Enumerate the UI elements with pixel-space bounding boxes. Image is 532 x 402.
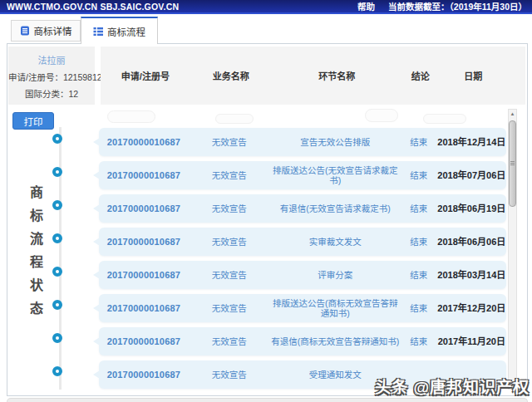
cell-business: 无效宣告 — [189, 303, 270, 313]
application-number-label: 申请/注册号：12159812 — [8, 71, 95, 83]
cell-business: 无效宣告 — [189, 336, 270, 346]
cell-business: 无效宣告 — [189, 237, 270, 247]
timeline-node-icon — [52, 200, 62, 210]
background-cloud-decoration — [423, 114, 466, 124]
table-row: 20170000010687 无效宣告 排版送达公告(商标无效宣告答辩通知书) … — [99, 292, 508, 325]
cell-business: 无效宣告 — [189, 270, 270, 280]
tab-flow-label: 商标流程 — [107, 25, 145, 38]
toutiao-watermark: 头条 @唐邦知识产权 — [375, 375, 530, 397]
header-step: 环节名称 — [272, 69, 402, 82]
cell-date: 2017年12月20日 — [437, 303, 506, 313]
cell-reg-no[interactable]: 20170000010687 — [99, 370, 189, 380]
row-bubble: 20170000010687 无效宣告 排版送达公告(无效宣告请求裁定书) 结束… — [99, 161, 506, 189]
header-result: 结论 — [402, 69, 439, 82]
header-business: 业务名称 — [190, 69, 272, 82]
background-cloud-decoration — [365, 109, 398, 122]
cell-step: 实审裁文发文 — [270, 237, 401, 247]
timeline-node-icon — [52, 167, 62, 177]
tab-details-label: 商标详情 — [34, 24, 72, 37]
table-row: 20170000010687 无效宣告 有退信(无效宣告请求裁定书) 结束 20… — [99, 192, 508, 225]
cell-step: 有退信(无效宣告请求裁定书) — [270, 203, 401, 213]
row-bubble: 20170000010687 无效宣告 实审裁文发文 结束 2018年06月06… — [99, 228, 506, 256]
cell-step: 排版送达公告(商标无效宣告答辩通知书) — [270, 298, 401, 318]
table-row: 20170000010687 无效宣告 排版送达公告(无效宣告请求裁定书) 结束… — [99, 159, 508, 192]
scrollbar-up-arrow[interactable]: ▲ — [509, 110, 516, 119]
cell-date: 2018年03月14日 — [437, 270, 506, 280]
cell-reg-no[interactable]: 20170000010687 — [99, 237, 189, 247]
side-title-vertical: 商标流程状态 — [25, 185, 45, 325]
tab-trademark-flow[interactable]: 商标流程 — [81, 17, 158, 44]
table-row: 20170000010687 无效宣告 有退信(商标无效宣告答辩通知书) 结束 … — [99, 325, 508, 358]
document-icon — [20, 26, 30, 36]
cell-result: 结束 — [401, 237, 437, 247]
scrollbar-grip — [510, 161, 515, 162]
cell-date: 2018年06月19日 — [437, 203, 506, 213]
cell-result: 结束 — [401, 170, 437, 180]
top-bar: WWW.CTMO.GOV.CN SBJ.SAIC.GOV.CN 帮助 当前数据截… — [0, 0, 532, 14]
vertical-scrollbar[interactable]: ▲ — [508, 109, 517, 390]
cell-reg-no[interactable]: 20170000010687 — [99, 336, 189, 346]
list-icon — [93, 27, 103, 37]
table-row: 20170000010687 无效宣告 评审分案 结束 2018年03月14日 — [99, 258, 508, 292]
help-link[interactable]: 帮助 — [357, 0, 375, 12]
bottom-panel-edge — [7, 398, 528, 402]
header-reg-no: 申请/注册号 — [101, 69, 190, 82]
timeline-node-icon — [52, 300, 62, 310]
table-rows: 20170000010687 无效宣告 宣告无效公告排版 结束 2018年12月… — [99, 125, 508, 391]
cell-result: 结束 — [401, 303, 437, 313]
timeline-node-icon — [52, 134, 62, 144]
background-cloud-decoration — [215, 114, 254, 124]
cell-business: 无效宣告 — [189, 170, 270, 180]
cell-reg-no[interactable]: 20170000010687 — [99, 270, 189, 280]
print-button[interactable]: 打印 — [12, 112, 54, 130]
timeline-connector — [59, 127, 62, 390]
cell-result: 结束 — [401, 270, 437, 280]
trademark-name-link[interactable]: 法拉丽 — [8, 53, 95, 66]
cell-date: 2018年12月14日 — [437, 137, 506, 147]
intl-class-label: 国际分类：12 — [8, 87, 95, 100]
row-bubble: 20170000010687 无效宣告 有退信(商标无效宣告答辩通知书) 结束 … — [99, 327, 506, 355]
cell-reg-no[interactable]: 20170000010687 — [99, 203, 189, 213]
scrollbar-thumb[interactable] — [509, 120, 516, 207]
cell-result: 结束 — [401, 203, 437, 213]
cell-result: 结束 — [401, 137, 437, 147]
row-bubble: 20170000010687 无效宣告 排版送达公告(商标无效宣告答辩通知书) … — [99, 294, 506, 322]
cell-step: 有退信(商标无效宣告答辩通知书) — [270, 336, 401, 346]
timeline-node-icon — [52, 233, 62, 243]
tab-trademark-details[interactable]: 商标详情 — [11, 20, 81, 42]
table-header: 申请/注册号 业务名称 环节名称 结论 日期 — [101, 47, 525, 105]
header-date: 日期 — [439, 69, 508, 82]
table-row: 20170000010687 无效宣告 实审裁文发文 结束 2018年06月06… — [99, 225, 508, 258]
row-bubble: 20170000010687 无效宣告 有退信(无效宣告请求裁定书) 结束 20… — [99, 194, 506, 223]
cell-step: 排版送达公告(无效宣告请求裁定书) — [270, 165, 401, 185]
cell-reg-no[interactable]: 20170000010687 — [99, 303, 189, 313]
data-cutoff-label: 当前数据截至：（2019年11月30日） — [388, 0, 527, 12]
timeline-node-icon — [52, 333, 62, 343]
table-row: 20170000010687 无效宣告 宣告无效公告排版 结束 2018年12月… — [99, 125, 508, 159]
cell-reg-no[interactable]: 20170000010687 — [99, 170, 189, 180]
cell-step: 评审分案 — [270, 270, 401, 280]
cell-result: 结束 — [401, 336, 437, 346]
cell-business: 无效宣告 — [189, 203, 270, 213]
row-bubble: 20170000010687 无效宣告 评审分案 结束 2018年03月14日 — [99, 261, 506, 289]
cell-business: 无效宣告 — [189, 137, 270, 147]
timeline-node-icon — [52, 366, 62, 376]
trademark-info-box: 法拉丽 申请/注册号：12159812 国际分类：12 — [8, 47, 95, 105]
cell-step: 宣告无效公告排版 — [270, 137, 401, 147]
background-cloud-decoration — [107, 110, 155, 123]
timeline-node-icon — [52, 267, 62, 277]
cell-reg-no[interactable]: 20170000010687 — [99, 137, 189, 147]
trademark-flow-page: WWW.CTMO.GOV.CN SBJ.SAIC.GOV.CN 帮助 当前数据截… — [0, 0, 532, 402]
cell-date: 2017年11月20日 — [437, 336, 506, 346]
main-panel: 法拉丽 申请/注册号：12159812 国际分类：12 申请/注册号 业务名称 … — [7, 43, 528, 396]
cell-date: 2018年07月06日 — [437, 170, 506, 180]
cell-date: 2018年06月06日 — [437, 237, 506, 247]
row-bubble: 20170000010687 无效宣告 宣告无效公告排版 结束 2018年12月… — [99, 128, 506, 156]
cell-business: 无效宣告 — [189, 370, 270, 380]
site-urls: WWW.CTMO.GOV.CN SBJ.SAIC.GOV.CN — [7, 2, 179, 12]
